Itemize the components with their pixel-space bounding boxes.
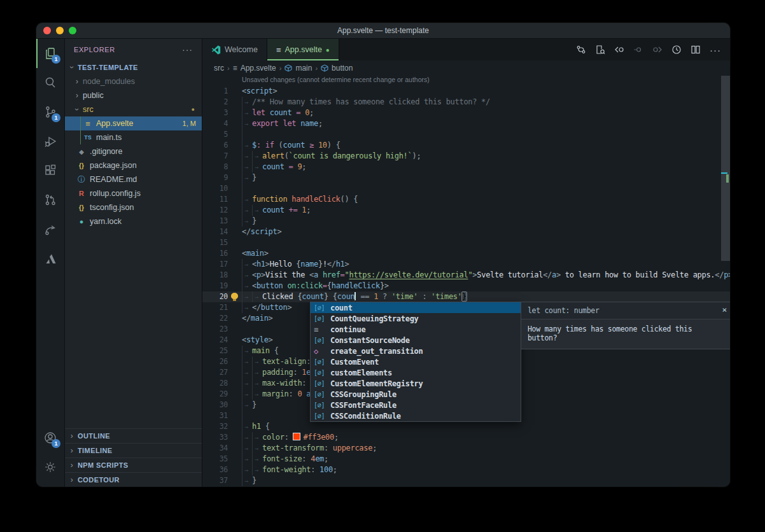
code-line[interactable]: 15 (202, 237, 730, 248)
code-line[interactable]: 9→} (202, 172, 730, 183)
suggestion-CSSGroupingRule[interactable]: [∅]CSSGroupingRule (311, 389, 521, 400)
color-swatch[interactable] (293, 433, 300, 440)
code-line[interactable]: 16<main> (202, 248, 730, 259)
suggestion-CustomEvent[interactable]: [∅]CustomEvent (311, 356, 521, 367)
file-yarn.lock[interactable]: ●yarn.lock (65, 214, 202, 228)
code-line[interactable]: 35→→font-size: 4em; (202, 454, 730, 465)
code-editor[interactable]: Unsaved changes (cannot determine recent… (202, 75, 730, 487)
live-share-icon[interactable] (36, 214, 64, 244)
extensions-icon[interactable] (36, 156, 64, 185)
suggestion-CustomElementRegistry[interactable]: [∅]CustomElementRegistry (311, 378, 521, 389)
breadcrumb-file[interactable]: App.svelte (241, 64, 276, 73)
code-line[interactable]: 19→<button on:click={handleClick}> (202, 281, 730, 291)
minimize-window-button[interactable] (56, 27, 64, 34)
source-control-icon[interactable]: 1 (36, 97, 64, 127)
line-number: 26 (202, 356, 228, 367)
settings-gear-icon[interactable] (36, 452, 64, 482)
section-outline[interactable]: ›OUTLINE (65, 428, 202, 443)
github-pull-requests-icon[interactable] (36, 185, 64, 214)
previous-change-icon[interactable] (614, 45, 624, 55)
suggestion-CSSFontFaceRule[interactable]: [∅]CSSFontFaceRule (311, 400, 521, 410)
file-App.svelte[interactable]: ≡App.svelte1, M (65, 116, 202, 130)
suggestion-CSSConditionRule[interactable]: [∅]CSSConditionRule (311, 410, 521, 421)
file-main.ts[interactable]: TSmain.ts (65, 130, 202, 144)
file-README.md[interactable]: ⓘREADME.md (65, 172, 202, 186)
line-number: 30 (202, 400, 228, 410)
run-and-debug-icon[interactable] (36, 127, 64, 156)
line-number: 5 (202, 129, 228, 140)
azure-icon[interactable] (36, 244, 64, 273)
breadcrumb-src[interactable]: src (214, 64, 224, 73)
code-line[interactable]: 12→→count += 1; (202, 205, 730, 216)
code-line[interactable]: 13→} (202, 216, 730, 227)
tab-bar: Welcome ≡ App.svelte ● (202, 39, 730, 60)
suggestion-CountQueuingStrategy[interactable]: [∅]CountQueuingStrategy (311, 313, 521, 324)
suggestion-customElements[interactable]: [∅]customElements (311, 367, 521, 378)
code-line[interactable]: 10→ (202, 183, 730, 194)
accounts-icon[interactable]: 1 (36, 423, 64, 452)
folder-public[interactable]: ›public (65, 88, 202, 102)
code-line[interactable]: 8→→count = 9; (202, 162, 730, 172)
overview-cursor-marker (721, 172, 727, 174)
code-line[interactable]: 37→} (202, 475, 730, 486)
project-root-folder[interactable]: › TEST-TEMPLATE (65, 60, 202, 74)
editor-scrollbar[interactable] (721, 76, 730, 261)
code-line[interactable]: 7→→alert(`count is dangerously high!`); (202, 151, 730, 162)
close-icon[interactable]: × (722, 305, 727, 314)
code-line[interactable]: 6→$: if (count ≥ 10) { (202, 140, 730, 151)
chevron-right-icon: › (69, 446, 75, 455)
zoom-window-button[interactable] (69, 27, 76, 34)
close-window-button[interactable] (43, 27, 51, 34)
code-line[interactable]: 32→h1 { (202, 421, 730, 432)
breadcrumb-button[interactable]: button (332, 64, 353, 73)
file-rollup.config.js[interactable]: Rrollup.config.js (65, 186, 202, 200)
lightbulb-icon[interactable] (231, 293, 238, 299)
code-line[interactable]: 14</script> (202, 227, 730, 237)
symbol-module-icon: ◇ (314, 347, 330, 356)
open-timeline-icon[interactable] (671, 45, 682, 55)
breadcrumb-main[interactable]: main (295, 64, 312, 73)
open-changes-icon[interactable] (595, 45, 605, 55)
editor-group: Welcome ≡ App.svelte ● (202, 39, 730, 487)
code-line[interactable]: 18→<p>Visit the <a href="https://svelte.… (202, 270, 730, 281)
suggestion-continue[interactable]: ≡continue (311, 324, 521, 335)
code-line[interactable]: 4→export let name; (202, 118, 730, 129)
code-line[interactable]: 34→→text-transform: uppercase; (202, 443, 730, 454)
title-bar[interactable]: App.svelte — test-template (36, 23, 730, 39)
line-number: 9 (202, 172, 228, 183)
file-package.json[interactable]: {}package.json (65, 158, 202, 172)
explorer-more-actions-icon[interactable]: ··· (182, 45, 193, 55)
more-actions-icon[interactable]: ··· (710, 45, 721, 55)
code-line[interactable]: 33→→color: #ff3e00; (202, 432, 730, 443)
folder-src[interactable]: ›src● (65, 102, 202, 116)
folder-node_modules[interactable]: ›node_modules (65, 74, 202, 88)
code-line[interactable]: 11→function handleClick() { (202, 194, 730, 205)
svelte-file-icon: ≡ (276, 45, 281, 55)
code-line[interactable]: 20→→Clicked {count} {coun == 1 ? 'time' … (202, 291, 730, 302)
tab-welcome[interactable]: Welcome (202, 39, 267, 60)
previous-change-inactive-icon[interactable] (633, 45, 643, 55)
tab-app-svelte[interactable]: ≡ App.svelte ● (267, 39, 339, 60)
compare-changes-icon[interactable] (576, 45, 586, 55)
file-.gitignore[interactable]: ◆.gitignore (65, 144, 202, 158)
section-timeline[interactable]: ›TIMELINE (65, 443, 202, 458)
file-tsconfig.json[interactable]: {}tsconfig.json (65, 200, 202, 214)
next-change-inactive-icon[interactable] (652, 45, 663, 55)
search-icon[interactable] (36, 68, 64, 97)
suggestion-create_out_transition[interactable]: ◇create_out_transition (311, 346, 521, 356)
suggestion-count[interactable]: [∅]count (311, 302, 521, 313)
code-line[interactable]: 5→ (202, 129, 730, 140)
code-line[interactable]: 36→→font-weight: 100; (202, 465, 730, 475)
suggestion-ConstantSourceNode[interactable]: [∅]ConstantSourceNode (311, 335, 521, 346)
code-line[interactable]: 17→<h1>Hello {name}!</h1> (202, 259, 730, 270)
section-codetour[interactable]: ›CODETOUR (65, 472, 202, 487)
chevron-down-icon: › (67, 64, 76, 71)
symbol-cube-icon (284, 64, 292, 72)
section-npm-scripts[interactable]: ›NPM SCRIPTS (65, 458, 202, 472)
code-line[interactable]: 1<script> (202, 86, 730, 97)
explorer-icon[interactable]: 1 (36, 39, 64, 68)
code-line[interactable]: 3→let count = 0; (202, 108, 730, 118)
codelens-unsaved-changes[interactable]: Unsaved changes (cannot determine recent… (202, 75, 730, 86)
split-editor-icon[interactable] (691, 45, 701, 55)
code-line[interactable]: 2→/** How many times has someone clicked… (202, 97, 730, 108)
